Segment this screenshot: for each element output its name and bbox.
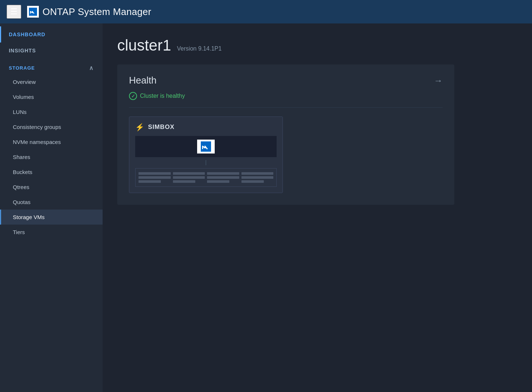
page-header: cluster1 Version 9.14.1P1	[117, 37, 517, 54]
sidebar-item-insights[interactable]: INSIGHTS	[0, 42, 103, 59]
sidebar: DASHBOARD INSIGHTS STORAGE ∧ Overview Vo…	[0, 23, 103, 392]
disk-bar	[241, 172, 274, 175]
sidebar-item-consistency-groups[interactable]: Consistency groups	[0, 119, 103, 134]
disk-group-4	[241, 172, 274, 183]
disk-bar	[207, 172, 239, 175]
sidebar-section-storage[interactable]: STORAGE ∧	[0, 59, 103, 74]
health-arrow-link[interactable]: →	[434, 75, 443, 86]
health-status-text: Cluster is healthy	[140, 93, 185, 99]
simbox-top-module	[135, 136, 277, 157]
health-card: Health → ✓ Cluster is healthy ⚡ SIMBOX	[117, 64, 454, 205]
sidebar-item-tiers[interactable]: Tiers	[0, 225, 103, 240]
sidebar-item-shares[interactable]: Shares	[0, 149, 103, 164]
cluster-name: cluster1	[117, 37, 171, 54]
sidebar-item-overview[interactable]: Overview	[0, 74, 103, 89]
simbox-logo-box	[197, 140, 215, 154]
netapp-logo-icon	[27, 6, 39, 18]
topbar: ☰ ONTAP System Manager	[0, 0, 532, 23]
simbox-connector	[135, 160, 277, 165]
simbox-name: SIMBOX	[148, 123, 174, 131]
disk-bar	[173, 172, 205, 175]
health-card-header: Health →	[129, 75, 443, 86]
disk-bar	[138, 180, 161, 183]
chevron-up-icon: ∧	[89, 64, 94, 71]
health-title: Health	[129, 75, 156, 86]
bolt-icon: ⚡	[135, 123, 144, 132]
disk-bar	[138, 176, 171, 179]
main-layout: DASHBOARD INSIGHTS STORAGE ∧ Overview Vo…	[0, 23, 532, 392]
sidebar-item-luns[interactable]: LUNs	[0, 104, 103, 119]
simbox-header: ⚡ SIMBOX	[135, 123, 277, 132]
sidebar-item-volumes[interactable]: Volumes	[0, 89, 103, 104]
sidebar-item-storage-vms[interactable]: Storage VMs	[0, 210, 103, 225]
disk-bar	[207, 180, 229, 183]
disk-group-2	[173, 172, 205, 183]
sidebar-item-quotas[interactable]: Quotas	[0, 195, 103, 210]
version-badge: Version 9.14.1P1	[177, 45, 222, 52]
disk-bar	[241, 180, 264, 183]
hamburger-button[interactable]: ☰	[7, 5, 21, 19]
topbar-logo: ONTAP System Manager	[27, 6, 151, 18]
sidebar-item-dashboard[interactable]: DASHBOARD	[0, 26, 103, 42]
app-title: ONTAP System Manager	[43, 6, 151, 18]
disk-bar	[241, 176, 274, 179]
sidebar-item-nvme-namespaces[interactable]: NVMe namespaces	[0, 134, 103, 149]
main-content: cluster1 Version 9.14.1P1 Health → ✓ Clu…	[103, 23, 532, 392]
health-status: ✓ Cluster is healthy	[129, 92, 443, 108]
simbox-body	[135, 136, 277, 187]
disk-bar	[173, 180, 195, 183]
connector-line	[206, 160, 206, 165]
disk-group-1	[138, 172, 171, 183]
disk-group-3	[207, 172, 239, 183]
disk-bar	[173, 176, 205, 179]
health-status-icon: ✓	[129, 92, 137, 100]
disk-bar	[207, 176, 239, 179]
simbox-disk-array	[135, 168, 277, 187]
sidebar-item-qtrees[interactable]: Qtrees	[0, 180, 103, 195]
sidebar-item-buckets[interactable]: Buckets	[0, 164, 103, 180]
disk-bar	[138, 172, 171, 175]
simbox-container: ⚡ SIMBOX	[129, 117, 283, 193]
